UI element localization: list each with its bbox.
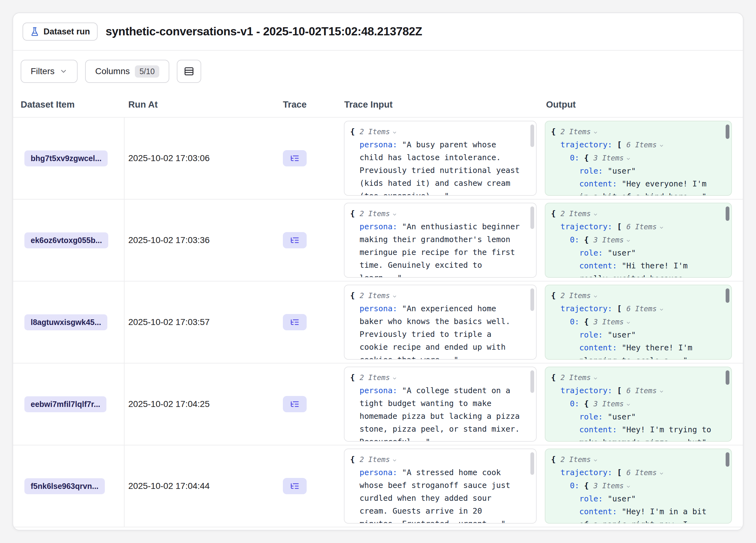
chevron-down-icon[interactable] [626,156,631,161]
open-brace: { [584,317,589,326]
table-row: ek6oz6vtoxg055b... 2025-10-02 17:03:36 {… [13,200,743,281]
table-row: bhg7t5xv9zgwcel... 2025-10-02 17:03:06 {… [13,118,743,200]
json-key: role: [579,249,603,258]
dataset-item-link[interactable]: eebwi7mfil7lqlf7r... [24,396,106,412]
chevron-down-icon[interactable] [392,376,397,381]
chevron-down-icon[interactable] [392,458,397,463]
open-brace: { [551,373,556,382]
items-count: 6 Items [626,387,657,395]
scrollbar-thumb[interactable] [530,288,534,311]
column-header-trace: Trace [279,92,340,117]
trace-input-json-viewer[interactable]: { 2 Items persona: "An experienced home … [344,284,537,360]
json-key: role: [579,494,603,503]
chevron-down-icon[interactable] [659,471,664,476]
scrollbar-thumb[interactable] [530,207,534,229]
chevron-down-icon[interactable] [626,402,631,407]
items-count: 6 Items [626,469,657,477]
dataset-item-link[interactable]: l8agtuwxisgwk45... [24,314,107,330]
run-at-cell: 2025-10-02 17:04:44 [125,445,279,527]
scrollbar-thumb[interactable] [726,288,729,303]
chevron-down-icon[interactable] [392,212,397,217]
json-root-line: { 2 Items [350,207,521,220]
filters-button[interactable]: Filters [21,60,78,83]
output-json-viewer[interactable]: { 2 Items trajectory: [ 6 Items 0: { 3 I… [545,448,732,524]
open-bracket: [ [617,140,622,149]
trace-input-json-viewer[interactable]: { 2 Items persona: "A busy parent whose … [344,121,537,196]
items-count: 2 Items [560,128,591,136]
items-count: 3 Items [594,318,624,326]
output-cell: { 2 Items trajectory: [ 6 Items 0: { 3 I… [542,363,743,445]
chevron-down-icon[interactable] [593,376,598,381]
chevron-down-icon[interactable] [626,320,631,325]
table-rows-icon [184,66,194,77]
column-header-run-at: Run At [125,92,279,117]
chevron-down-icon[interactable] [392,130,397,135]
scrollbar-thumb[interactable] [726,370,729,385]
output-cell: { 2 Items trajectory: [ 6 Items 0: { 3 I… [542,281,743,363]
json-root-line: { 2 Items [551,289,716,302]
chevron-down-icon[interactable] [659,225,664,230]
chevron-down-icon[interactable] [593,130,598,135]
open-trace-button[interactable] [283,478,307,494]
scrollbar-thumb[interactable] [726,125,729,139]
row-height-button[interactable] [177,60,201,83]
json-root-line: { 2 Items [551,207,716,220]
scrollbar-thumb[interactable] [530,370,534,393]
chevron-down-icon[interactable] [392,294,397,299]
open-trace-button[interactable] [283,314,307,330]
trace-input-json-viewer[interactable]: { 2 Items persona: "An enthusiastic begi… [344,203,537,278]
open-brace: { [584,481,589,490]
items-count: 3 Items [594,482,624,490]
json-index-line: 0: { 3 Items [570,315,716,328]
json-key: trajectory: [560,140,612,149]
scrollbar-thumb[interactable] [726,207,729,221]
items-count: 2 Items [360,455,390,464]
json-key: trajectory: [560,468,612,477]
open-brace: { [551,291,556,300]
chevron-down-icon[interactable] [593,212,598,217]
json-key: content: [579,179,617,188]
json-root-line: { 2 Items [551,125,716,138]
json-role-line: role: "user" [579,165,716,177]
dataset-item-link[interactable]: ek6oz6vtoxg055b... [24,233,108,249]
open-trace-button[interactable] [283,396,307,412]
json-key: persona: [360,140,397,149]
chevron-down-icon[interactable] [659,143,664,148]
trace-input-cell: { 2 Items persona: "A stressed home cook… [340,445,542,527]
scrollbar-thumb[interactable] [726,452,729,467]
flask-icon [30,27,39,36]
chevron-down-icon[interactable] [659,389,664,394]
json-key: content: [579,507,617,516]
chevron-down-icon[interactable] [659,307,664,312]
dataset-run-badge: Dataset run [23,23,98,41]
scrollbar-thumb[interactable] [530,125,534,147]
output-json-viewer[interactable]: { 2 Items trajectory: [ 6 Items 0: { 3 I… [545,366,732,442]
dataset-item-link[interactable]: f5nk6lse963qrvn... [24,478,105,494]
list-tree-icon [290,317,299,327]
output-json-viewer[interactable]: { 2 Items trajectory: [ 6 Items 0: { 3 I… [545,284,732,360]
json-trajectory-line: trajectory: [ 6 Items [560,138,716,151]
open-brace: { [584,399,589,408]
chevron-down-icon[interactable] [626,238,631,243]
output-json-viewer[interactable]: { 2 Items trajectory: [ 6 Items 0: { 3 I… [545,121,732,196]
open-brace: { [551,455,556,464]
open-trace-button[interactable] [283,232,307,249]
trace-input-json-viewer[interactable]: { 2 Items persona: "A college student on… [344,366,537,442]
json-root-line: { 2 Items [551,371,716,384]
open-trace-button[interactable] [283,150,307,167]
chevron-down-icon[interactable] [593,458,598,463]
json-role-line: role: "user" [579,247,716,259]
dataset-item-link[interactable]: bhg7t5xv9zgwcel... [24,151,108,167]
output-json-viewer[interactable]: { 2 Items trajectory: [ 6 Items 0: { 3 I… [545,203,732,278]
dataset-item-cell: bhg7t5xv9zgwcel... [13,118,125,199]
json-key: role: [579,330,603,339]
chevron-down-icon[interactable] [593,294,598,299]
chevron-down-icon[interactable] [626,484,631,489]
trace-input-json-viewer[interactable]: { 2 Items persona: "A stressed home cook… [344,448,537,524]
columns-button[interactable]: Columns 5/10 [85,60,169,83]
run-at-value: 2025-10-02 17:04:44 [128,481,210,491]
open-brace: { [551,127,556,136]
open-bracket: [ [617,304,622,313]
scrollbar-thumb[interactable] [530,452,534,475]
trace-cell [279,363,340,445]
